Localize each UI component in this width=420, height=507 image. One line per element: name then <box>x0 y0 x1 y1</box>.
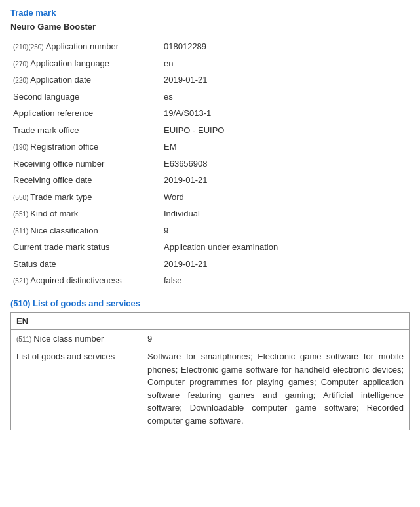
field-label-2: (220)Application date <box>10 71 161 89</box>
goods-value-1: Software for smartphones; Electronic gam… <box>142 348 409 430</box>
field-value-10: Individual <box>161 205 410 222</box>
goods-value-0: 9 <box>142 330 409 348</box>
field-value-9: Word <box>161 189 410 206</box>
field-label-8: Receiving office date <box>10 172 161 189</box>
field-value-13: 2019-01-21 <box>161 256 410 273</box>
goods-box-header: EN <box>11 313 409 330</box>
field-label-14: (521)Acquired distinctiveness <box>10 272 161 289</box>
field-value-4: 19/A/S013-1 <box>161 105 410 122</box>
section-title: Trade mark <box>10 8 410 18</box>
field-value-3: es <box>161 89 410 106</box>
field-value-8: 2019-01-21 <box>161 172 410 189</box>
field-label-11: (511)Nice classification <box>10 222 161 239</box>
goods-label-1: List of goods and services <box>11 348 142 430</box>
field-value-1: en <box>161 55 410 72</box>
field-value-7: E63656908 <box>161 155 410 172</box>
field-label-4: Application reference <box>10 105 161 122</box>
field-value-11: 9 <box>161 222 410 239</box>
goods-inner-table: (511)Nice class number9List of goods and… <box>11 330 409 430</box>
field-value-5: EUIPO - EUIPO <box>161 122 410 139</box>
field-value-14: false <box>161 272 410 289</box>
field-value-0: 018012289 <box>161 38 410 55</box>
field-label-10: (551)Kind of mark <box>10 205 161 222</box>
field-label-6: (190)Registration office <box>10 138 161 155</box>
field-label-5: Trade mark office <box>10 122 161 139</box>
field-value-12: Application under examination <box>161 239 410 256</box>
trade-mark-name: Neuro Game Booster <box>10 22 410 31</box>
field-label-13: Status date <box>10 256 161 273</box>
field-label-3: Second language <box>10 89 161 106</box>
field-label-1: (270)Application language <box>10 55 161 72</box>
field-label-7: Receiving office number <box>10 155 161 172</box>
field-value-6: EM <box>161 138 410 155</box>
field-label-9: (550)Trade mark type <box>10 189 161 206</box>
goods-label-0: (511)Nice class number <box>11 330 142 348</box>
field-label-0: (210)(250)Application number <box>10 38 161 55</box>
goods-section-title: (510) List of goods and services <box>10 298 410 308</box>
goods-box: EN (511)Nice class number9List of goods … <box>10 312 410 431</box>
info-table: (210)(250)Application number018012289(27… <box>10 38 410 289</box>
field-label-12: Current trade mark status <box>10 239 161 256</box>
field-value-2: 2019-01-21 <box>161 71 410 89</box>
